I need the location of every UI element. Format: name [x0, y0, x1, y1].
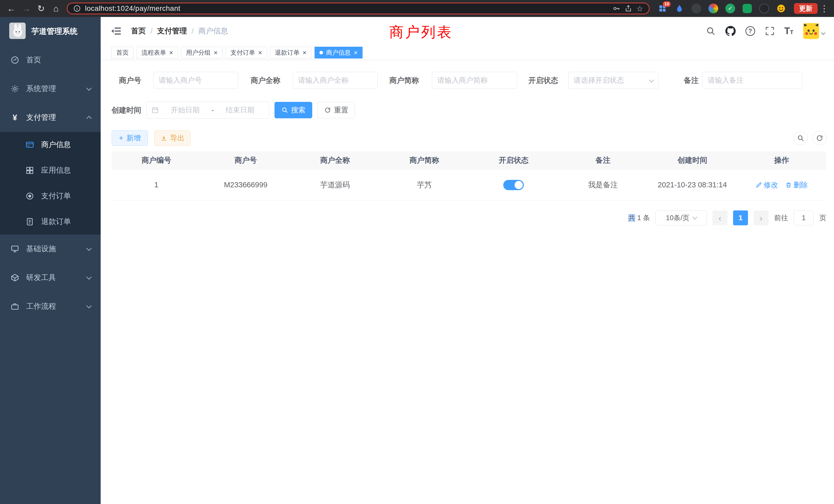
- refresh-icon: [324, 107, 331, 113]
- tab-user-group[interactable]: 用户分组 ×: [181, 47, 222, 59]
- extension-dark-icon[interactable]: [691, 3, 702, 14]
- next-page-button[interactable]: ›: [754, 210, 769, 225]
- delete-link[interactable]: 删除: [785, 180, 808, 190]
- tab-pay-order[interactable]: 支付订单 ×: [225, 47, 267, 59]
- filter-label-full-name: 商户全称: [244, 72, 280, 89]
- breadcrumb-item[interactable]: 首页: [131, 26, 146, 36]
- page-size-select[interactable]: 10条/页: [656, 210, 707, 225]
- sidebar-item-app-info[interactable]: 应用信息: [0, 158, 101, 183]
- merchant-no-input[interactable]: [153, 72, 238, 89]
- col-header: 备注: [558, 155, 648, 165]
- extension-badge: 10: [663, 1, 671, 7]
- merchant-table: 商户编号 商户号 商户全称 商户简称 开启状态 备注 创建时间 操作 1 M23…: [112, 152, 826, 201]
- goto-page-input[interactable]: [794, 210, 814, 225]
- full-name-input[interactable]: [293, 72, 378, 89]
- refresh-table-button[interactable]: [812, 131, 827, 145]
- edit-pencil-icon: [755, 182, 762, 188]
- url-text: localhost:1024/pay/merchant: [85, 4, 180, 13]
- github-icon[interactable]: [725, 26, 736, 36]
- sidebar-item-pay-order[interactable]: 支付订单: [0, 183, 101, 209]
- sidebar-item-workflow[interactable]: 工作流程: [0, 292, 101, 321]
- extension-color-wheel-icon[interactable]: [708, 3, 719, 14]
- export-button[interactable]: 导出: [154, 130, 191, 146]
- short-name-input[interactable]: [432, 72, 517, 89]
- reset-button[interactable]: 重置: [317, 102, 355, 118]
- home-icon[interactable]: ⌂: [49, 2, 63, 15]
- close-icon[interactable]: ×: [169, 49, 173, 56]
- sidebar-item-home[interactable]: 首页: [0, 46, 101, 74]
- fullscreen-icon[interactable]: [765, 26, 775, 36]
- sidebar-item-label: 应用信息: [41, 165, 71, 176]
- extension-grid-icon[interactable]: 10: [657, 3, 668, 14]
- plus-icon: +: [119, 134, 124, 142]
- pagination: 共 1 条 10条/页 ‹ 1 › 前往 页: [628, 210, 826, 226]
- sidebar-item-system[interactable]: 系统管理: [0, 74, 101, 103]
- search-icon[interactable]: [706, 26, 716, 36]
- cell-short-name: 芋艿: [380, 180, 469, 190]
- status-select[interactable]: 请选择开启状态: [568, 72, 659, 89]
- remark-input[interactable]: [702, 72, 803, 89]
- tab-merchant-info[interactable]: 商户信息 ×: [314, 47, 363, 59]
- address-bar[interactable]: localhost:1024/pay/merchant ☆: [67, 3, 650, 14]
- sidebar-item-infrastructure[interactable]: 基础设施: [0, 234, 101, 263]
- close-icon[interactable]: ×: [214, 49, 218, 56]
- extension-pinwheel-icon[interactable]: [759, 3, 770, 14]
- document-icon: [25, 217, 35, 226]
- help-icon[interactable]: ?: [745, 26, 755, 36]
- sidebar-item-label: 支付订单: [41, 191, 71, 201]
- cube-icon: [10, 273, 20, 282]
- sidebar-item-refund-order[interactable]: 退款订单: [0, 209, 101, 234]
- page-info-icon[interactable]: [73, 5, 81, 12]
- add-button[interactable]: + 新增: [112, 130, 148, 146]
- sidebar-menu: 首页 系统管理 ¥ 支付管理: [0, 46, 101, 321]
- date-end-input[interactable]: 结束日期: [216, 105, 264, 115]
- app-title: 芋道管理系统: [31, 26, 78, 37]
- breadcrumb: 首页 / 支付管理 / 商户信息: [131, 17, 228, 45]
- chevron-down-icon: [86, 245, 92, 251]
- grid-icon: [25, 166, 35, 175]
- sidebar-item-dev-tools[interactable]: 研发工具: [0, 263, 101, 292]
- bookmark-star-icon[interactable]: ☆: [636, 4, 643, 13]
- extension-drop-icon[interactable]: [674, 3, 685, 14]
- sidebar-collapse-icon[interactable]: [110, 25, 122, 37]
- cell-remark: 我是备注: [558, 180, 648, 190]
- browser-menu-icon[interactable]: ⋮: [819, 2, 829, 15]
- breadcrumb-item: 商户信息: [198, 26, 228, 36]
- password-key-icon[interactable]: [613, 5, 620, 12]
- table-row: 1 M233666999 芋道源码 芋艿 我是备注 2021-10-23 08:…: [112, 169, 826, 201]
- search-button[interactable]: 搜索: [275, 102, 312, 118]
- page-number-1[interactable]: 1: [733, 210, 748, 225]
- edit-link[interactable]: 修改: [755, 180, 778, 190]
- tab-process-form[interactable]: 流程表单 ×: [137, 47, 178, 59]
- date-range-picker[interactable]: 开始日期 - 结束日期: [146, 101, 269, 118]
- col-header: 商户编号: [112, 155, 201, 165]
- reload-icon[interactable]: ↻: [35, 2, 48, 15]
- extension-smiley-icon[interactable]: [775, 3, 787, 14]
- extension-green-square-icon[interactable]: [742, 3, 753, 14]
- prev-page-button[interactable]: ‹: [712, 210, 727, 225]
- forward-icon[interactable]: →: [20, 2, 33, 15]
- tags-view: 首页 流程表单 × 用户分组 × 支付订单 × 退款订单 × 商户信息 ×: [101, 45, 834, 60]
- sidebar-item-merchant-info[interactable]: 商户信息: [0, 132, 101, 158]
- filter-label-remark: 备注: [677, 72, 699, 89]
- close-icon[interactable]: ×: [258, 49, 262, 56]
- tab-refund-order[interactable]: 退款订单 ×: [270, 47, 311, 59]
- header-actions: ? TT: [706, 17, 825, 45]
- toggle-search-button[interactable]: [793, 131, 808, 145]
- app-logo-row[interactable]: 芋道管理系统: [0, 17, 101, 46]
- extension-green-check-icon[interactable]: ✓: [725, 3, 736, 14]
- share-icon[interactable]: [624, 5, 632, 12]
- date-start-input[interactable]: 开始日期: [161, 105, 209, 115]
- font-size-icon[interactable]: TT: [785, 26, 793, 37]
- close-icon[interactable]: ×: [354, 49, 358, 56]
- status-toggle[interactable]: [503, 180, 524, 190]
- chrome-update-button[interactable]: 更新: [794, 3, 817, 14]
- monitor-icon: [10, 245, 20, 253]
- user-avatar[interactable]: [803, 23, 825, 39]
- breadcrumb-item[interactable]: 支付管理: [157, 26, 187, 36]
- back-icon[interactable]: ←: [5, 2, 18, 15]
- close-icon[interactable]: ×: [303, 49, 307, 56]
- tab-home[interactable]: 首页: [111, 47, 133, 59]
- col-header: 商户简称: [380, 155, 469, 165]
- sidebar-item-payment[interactable]: ¥ 支付管理: [0, 103, 101, 132]
